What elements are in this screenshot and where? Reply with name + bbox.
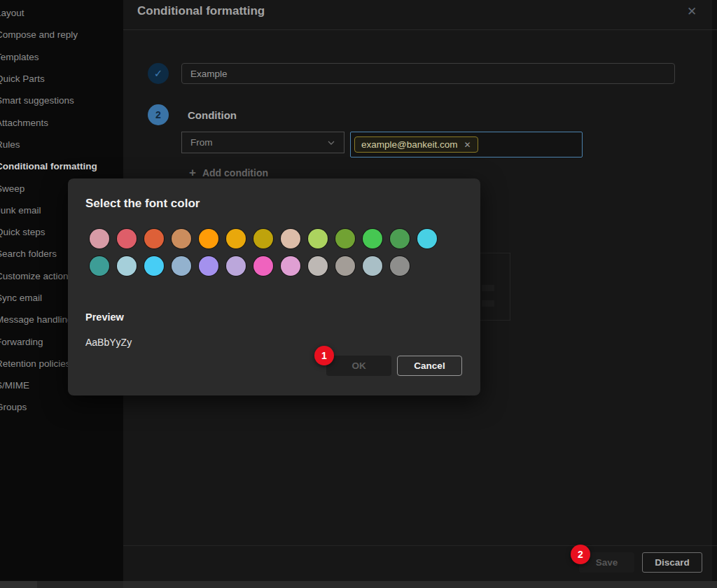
font-format-preview-box <box>480 253 510 321</box>
step-2-indicator: 2 <box>148 104 169 125</box>
chevron-down-icon <box>327 139 335 147</box>
settings-window: LayoutCompose and replyTemplatesQuick Pa… <box>0 0 717 588</box>
close-icon[interactable]: ✕ <box>683 3 700 20</box>
preview-sample-text: AaBbYyZy <box>85 337 132 348</box>
sidebar-item-templates[interactable]: Templates <box>0 46 123 68</box>
ok-button[interactable]: OK <box>326 356 391 376</box>
color-swatch[interactable] <box>281 256 300 276</box>
footer-divider <box>123 545 717 546</box>
format-bar <box>482 285 494 291</box>
color-swatch[interactable] <box>90 229 109 248</box>
color-swatch[interactable] <box>144 229 164 248</box>
color-swatch[interactable] <box>226 229 246 248</box>
sidebar-item-groups[interactable]: Groups <box>0 396 123 418</box>
taskbar-strip-middle <box>37 581 123 588</box>
add-condition-label: Add condition <box>202 167 268 178</box>
color-swatch-row-2 <box>90 256 410 276</box>
page-title: Conditional formatting <box>137 4 265 18</box>
color-swatch[interactable] <box>226 256 246 276</box>
annotation-badge-2: 2 <box>571 545 590 564</box>
discard-button[interactable]: Discard <box>642 552 702 573</box>
color-swatch[interactable] <box>281 229 300 248</box>
sidebar-item-compose-and-reply[interactable]: Compose and reply <box>0 24 123 46</box>
color-swatch[interactable] <box>117 256 137 276</box>
sidebar-item-conditional-formatting[interactable]: Conditional formatting <box>0 155 123 177</box>
step-1-completed-indicator: ✓ <box>148 63 169 84</box>
sidebar-item-layout[interactable]: Layout <box>0 2 123 24</box>
sidebar-item-quick-parts[interactable]: Quick Parts <box>0 68 123 90</box>
condition-field-value: From <box>190 137 327 148</box>
color-swatch[interactable] <box>335 256 355 276</box>
color-swatch[interactable] <box>90 256 109 276</box>
condition-value-input[interactable]: example@bankeit.com ✕ <box>350 132 583 158</box>
color-swatch[interactable] <box>363 229 382 248</box>
step-2-number: 2 <box>155 109 161 120</box>
color-swatch[interactable] <box>335 229 355 248</box>
color-swatch[interactable] <box>308 229 328 248</box>
color-swatch[interactable] <box>308 256 328 276</box>
panel-header: Conditional formatting ✕ <box>123 0 717 30</box>
color-swatch[interactable] <box>253 256 273 276</box>
color-swatch[interactable] <box>199 256 218 276</box>
plus-icon: + <box>189 168 196 178</box>
taskbar-strip-right <box>123 581 717 588</box>
color-swatch[interactable] <box>172 256 191 276</box>
color-swatch[interactable] <box>144 256 164 276</box>
taskbar-strip-left <box>0 581 37 588</box>
format-bar <box>482 300 494 307</box>
preview-label: Preview <box>85 312 124 323</box>
scrollbar-gutter[interactable] <box>712 0 717 581</box>
condition-section-label: Condition <box>188 109 237 121</box>
color-swatch[interactable] <box>390 256 410 276</box>
sidebar-item-smart-suggestions[interactable]: Smart suggestions <box>0 90 123 111</box>
color-swatch[interactable] <box>117 229 137 248</box>
color-swatch[interactable] <box>199 229 218 248</box>
check-icon: ✓ <box>154 67 163 80</box>
sidebar-item-attachments[interactable]: Attachments <box>0 111 123 133</box>
color-swatch[interactable] <box>390 229 410 248</box>
color-swatch[interactable] <box>363 256 382 276</box>
chip-remove-icon[interactable]: ✕ <box>464 140 471 150</box>
color-swatch-row-1 <box>90 229 437 248</box>
annotation-badge-1: 1 <box>314 346 334 365</box>
sidebar-item-rules[interactable]: Rules <box>0 134 123 155</box>
color-swatch[interactable] <box>417 229 437 248</box>
font-color-dialog: Select the font color Preview AaBbYyZy O… <box>68 178 480 396</box>
rule-name-input[interactable] <box>181 63 675 84</box>
dialog-title: Select the font color <box>85 197 200 211</box>
color-swatch[interactable] <box>253 229 273 248</box>
email-chip-text: example@bankeit.com <box>361 139 458 150</box>
cancel-button[interactable]: Cancel <box>397 356 462 376</box>
color-swatch[interactable] <box>172 229 191 248</box>
condition-field-select[interactable]: From <box>181 132 344 153</box>
add-condition-button[interactable]: + Add condition <box>189 167 268 178</box>
email-chip[interactable]: example@bankeit.com ✕ <box>354 136 478 153</box>
